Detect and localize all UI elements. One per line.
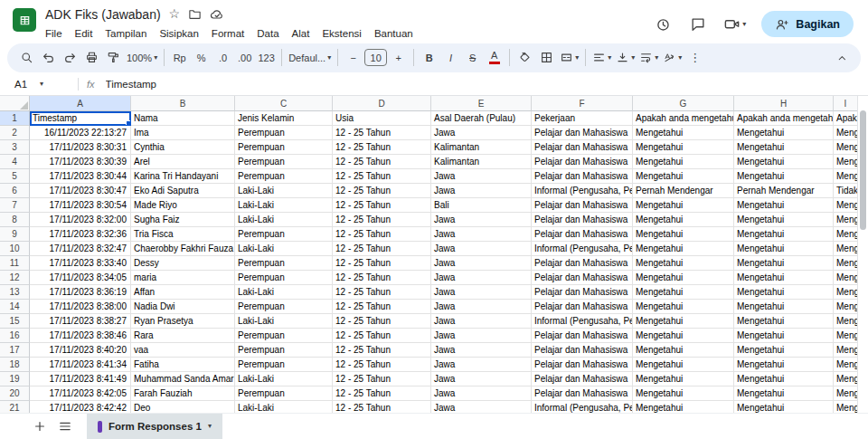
cell-I14[interactable]: Mengetahui bbox=[834, 300, 858, 314]
horizontal-align-button[interactable]: ▾ bbox=[590, 47, 613, 69]
cell-F21[interactable]: Informal (Pengusaha, Pe bbox=[532, 401, 633, 413]
cell-E12[interactable]: Jawa bbox=[431, 271, 532, 285]
cell-B16[interactable]: Rara bbox=[131, 329, 235, 343]
cell-F3[interactable]: Pelajar dan Mahasiswa bbox=[532, 140, 633, 155]
cell-E14[interactable]: Jawa bbox=[431, 300, 532, 314]
cell-I15[interactable]: Mengetahui bbox=[834, 314, 858, 329]
cell-B18[interactable]: Fatiha bbox=[131, 358, 235, 372]
cell-G11[interactable]: Mengetahui bbox=[633, 256, 734, 271]
cell-A12[interactable]: 17/11/2023 8:34:05 bbox=[30, 271, 131, 285]
cell-F16[interactable]: Pelajar dan Mahasiswa bbox=[532, 329, 633, 343]
cell-G16[interactable]: Mengetahui bbox=[633, 329, 734, 343]
cell-C21[interactable]: Laki-Laki bbox=[235, 401, 333, 413]
cell-G17[interactable]: Mengetahui bbox=[633, 343, 734, 358]
cell-I20[interactable]: Mengetahui bbox=[834, 387, 858, 401]
scrollbar-thumb[interactable] bbox=[860, 110, 866, 230]
cell-G2[interactable]: Mengetahui bbox=[633, 126, 734, 140]
cell-E3[interactable]: Kalimantan bbox=[431, 140, 532, 155]
row-header-21[interactable]: 21 bbox=[0, 401, 30, 413]
row-header-1[interactable]: 1 bbox=[0, 111, 30, 126]
cell-I2[interactable]: Mengetahui bbox=[834, 126, 858, 140]
cell-C1[interactable]: Jenis Kelamin bbox=[235, 111, 333, 126]
cell-E20[interactable]: Jawa bbox=[431, 387, 532, 401]
row-header-13[interactable]: 13 bbox=[0, 285, 30, 300]
cell-A7[interactable]: 17/11/2023 8:30:54 bbox=[30, 198, 131, 213]
row-header-9[interactable]: 9 bbox=[0, 227, 30, 242]
column-header-e[interactable]: E bbox=[431, 96, 532, 111]
cell-G5[interactable]: Mengetahui bbox=[633, 169, 734, 184]
cell-E9[interactable]: Jawa bbox=[431, 227, 532, 242]
cell-C6[interactable]: Laki-Laki bbox=[235, 184, 333, 198]
cell-C15[interactable]: Laki-Laki bbox=[235, 314, 333, 329]
cell-E10[interactable]: Jawa bbox=[431, 242, 532, 256]
cell-C11[interactable]: Perempuan bbox=[235, 256, 333, 271]
column-header-f[interactable]: F bbox=[532, 96, 633, 111]
cell-A17[interactable]: 17/11/2023 8:40:20 bbox=[30, 343, 131, 358]
cell-F19[interactable]: Pelajar dan Mahasiswa bbox=[532, 372, 633, 387]
cell-E18[interactable]: Jawa bbox=[431, 358, 532, 372]
cell-D14[interactable]: 12 - 25 Tahun bbox=[333, 300, 431, 314]
cell-I16[interactable]: Mengetahui bbox=[834, 329, 858, 343]
cell-B12[interactable]: maria bbox=[131, 271, 235, 285]
search-icon[interactable] bbox=[16, 47, 37, 69]
cell-B10[interactable]: Chaerobby Fakhri Fauza bbox=[131, 242, 235, 256]
formula-input[interactable]: Timestamp bbox=[106, 79, 868, 90]
cell-A14[interactable]: 17/11/2023 8:38:00 bbox=[30, 300, 131, 314]
row-header-10[interactable]: 10 bbox=[0, 242, 30, 256]
column-header-a[interactable]: A bbox=[30, 96, 131, 111]
cell-B9[interactable]: Tria Fisca bbox=[131, 227, 235, 242]
cell-F20[interactable]: Pelajar dan Mahasiswa bbox=[532, 387, 633, 401]
cell-B5[interactable]: Karina Tri Handayani bbox=[131, 169, 235, 184]
cell-G6[interactable]: Pernah Mendengar bbox=[633, 184, 734, 198]
cell-A9[interactable]: 17/11/2023 8:32:36 bbox=[30, 227, 131, 242]
cell-A6[interactable]: 17/11/2023 8:30:47 bbox=[30, 184, 131, 198]
cell-C3[interactable]: Perempuan bbox=[235, 140, 333, 155]
cell-A3[interactable]: 17/11/2023 8:30:31 bbox=[30, 140, 131, 155]
row-header-2[interactable]: 2 bbox=[0, 126, 30, 140]
bold-button[interactable]: B bbox=[419, 47, 439, 69]
cell-E17[interactable]: Jawa bbox=[431, 343, 532, 358]
cell-G15[interactable]: Mengetahui bbox=[633, 314, 734, 329]
undo-button[interactable] bbox=[38, 47, 59, 69]
font-size-input[interactable]: 10 bbox=[364, 49, 387, 66]
cell-B15[interactable]: Ryan Prasetya bbox=[131, 314, 235, 329]
cell-I1[interactable]: Apakah bbox=[834, 111, 858, 126]
collapse-toolbar-button[interactable] bbox=[831, 47, 852, 69]
cell-D11[interactable]: 12 - 25 Tahun bbox=[333, 256, 431, 271]
menu-item-format[interactable]: Format bbox=[205, 26, 250, 41]
cell-G9[interactable]: Mengetahui bbox=[633, 227, 734, 242]
cell-B13[interactable]: Affan bbox=[131, 285, 235, 300]
cell-A18[interactable]: 17/11/2023 8:41:34 bbox=[30, 358, 131, 372]
cell-C10[interactable]: Laki-Laki bbox=[235, 242, 333, 256]
cell-E11[interactable]: Jawa bbox=[431, 256, 532, 271]
cell-F18[interactable]: Pelajar dan Mahasiswa bbox=[532, 358, 633, 372]
cell-C13[interactable]: Laki-Laki bbox=[235, 285, 333, 300]
cell-D3[interactable]: 12 - 25 Tahun bbox=[333, 140, 431, 155]
cell-C19[interactable]: Laki-Laki bbox=[235, 372, 333, 387]
cell-I9[interactable]: Mengetahui bbox=[834, 227, 858, 242]
row-header-14[interactable]: 14 bbox=[0, 300, 30, 314]
cell-A10[interactable]: 17/11/2023 8:32:47 bbox=[30, 242, 131, 256]
cell-E7[interactable]: Bali bbox=[431, 198, 532, 213]
cell-H19[interactable]: Mengetahui bbox=[734, 372, 834, 387]
cell-D21[interactable]: 12 - 25 Tahun bbox=[333, 401, 431, 413]
font-family-select[interactable]: Defaul... ▾ bbox=[287, 47, 333, 69]
cell-B21[interactable]: Deo bbox=[131, 401, 235, 413]
all-sheets-menu-icon[interactable] bbox=[52, 414, 78, 439]
paint-format-button[interactable] bbox=[103, 47, 124, 69]
menu-item-edit[interactable]: Edit bbox=[69, 26, 99, 41]
cell-H8[interactable]: Mengetahui bbox=[734, 213, 834, 227]
text-color-button[interactable]: A bbox=[484, 47, 505, 69]
cell-I18[interactable]: Mengetahui bbox=[834, 358, 858, 372]
cell-C4[interactable]: Perempuan bbox=[235, 155, 333, 169]
more-toolbar-button[interactable]: ⋮ bbox=[684, 47, 705, 69]
menu-item-file[interactable]: File bbox=[39, 26, 69, 41]
merge-cells-button[interactable]: ▾ bbox=[558, 47, 580, 69]
cell-C5[interactable]: Perempuan bbox=[235, 169, 333, 184]
cell-I6[interactable]: Tidak M bbox=[834, 184, 858, 198]
cell-D1[interactable]: Usia bbox=[333, 111, 431, 126]
move-folder-icon[interactable] bbox=[188, 7, 202, 21]
cell-A13[interactable]: 17/11/2023 8:36:19 bbox=[30, 285, 131, 300]
fill-color-button[interactable] bbox=[514, 47, 535, 69]
cell-I7[interactable]: Mengetahui bbox=[834, 198, 858, 213]
